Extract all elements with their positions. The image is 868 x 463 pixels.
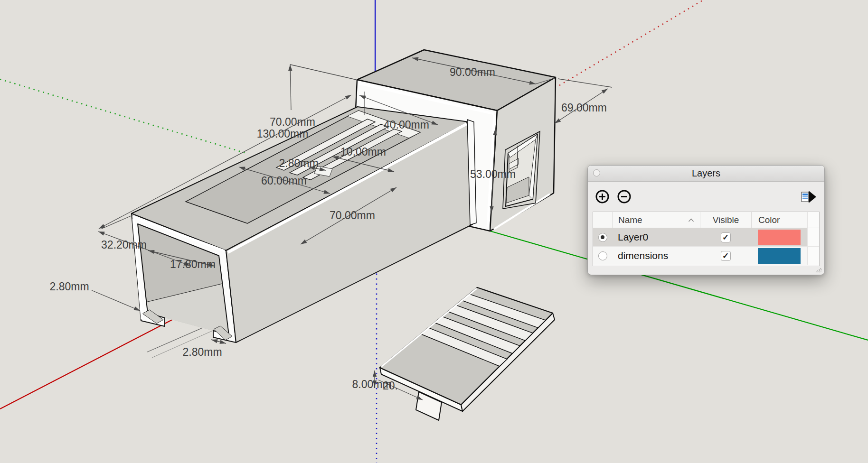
current-layer-radio[interactable] xyxy=(598,251,607,260)
visibility-checkbox[interactable]: ✓ xyxy=(721,251,731,261)
scrollbar-track[interactable] xyxy=(807,212,819,228)
layer-row[interactable]: dimensions✓ xyxy=(593,246,819,265)
remove-layer-button minus-icon[interactable] xyxy=(617,190,631,204)
dimension-box-69: 69.00mm xyxy=(555,79,612,123)
sort-ascending-icon xyxy=(688,218,694,222)
layer-name: dimensions xyxy=(612,250,700,261)
layer-rows: Layer0✓dimensions✓ xyxy=(593,228,819,265)
dimension-arrow xyxy=(602,89,608,94)
layer-color-swatch[interactable] xyxy=(758,248,801,264)
dimension-line xyxy=(558,79,612,87)
dimension-label: 60.00mm xyxy=(261,175,307,187)
scrollbar-track xyxy=(807,247,819,265)
dimension-label: 2.80mm xyxy=(182,346,222,358)
green-axis-negative xyxy=(0,79,248,154)
layer-name: Layer0 xyxy=(612,232,700,243)
layers-panel: Layers xyxy=(587,165,825,275)
dimension-line xyxy=(92,290,140,311)
scrollbar-track xyxy=(807,228,819,246)
dimension-label: 70.00mm xyxy=(330,209,375,222)
panel-title: Layers xyxy=(692,168,720,179)
red-axis-negative xyxy=(559,0,703,85)
dimension-arrow xyxy=(345,95,351,100)
dimension-label: 90.00mm xyxy=(450,66,495,78)
dimension-label: 10.00mm xyxy=(340,146,386,158)
layer-row[interactable]: Layer0✓ xyxy=(593,228,819,246)
dimension-line xyxy=(290,65,356,80)
dimension-arrow xyxy=(133,306,140,311)
dimension-wall-2-80-bottom: 2.80mm xyxy=(182,339,226,358)
dimension-label: 69.00mm xyxy=(561,102,607,114)
dimension-arrow xyxy=(288,65,292,71)
panel-footer xyxy=(588,266,824,274)
dimension-label: 53.00mm xyxy=(470,168,516,180)
panel-menu-icon[interactable] xyxy=(801,190,817,204)
dimension-arrow xyxy=(98,232,105,235)
current-layer-radio[interactable] xyxy=(598,233,607,242)
color-column-header[interactable]: Color xyxy=(751,212,807,228)
dimension-label: 32.20mm xyxy=(101,239,147,251)
dimension-arrow xyxy=(219,340,226,344)
visibility-checkbox[interactable]: ✓ xyxy=(721,232,731,242)
panel-toolbar xyxy=(588,182,824,212)
close-icon[interactable] xyxy=(593,169,600,176)
visible-column-label: Visible xyxy=(713,215,739,225)
dimension-label: 2.80mm xyxy=(279,157,318,169)
dimension-label: 40.00mm xyxy=(384,119,429,131)
panel-titlebar: Layers xyxy=(588,166,824,182)
channel-part[interactable] xyxy=(132,107,476,358)
dimension-label: 2.80mm xyxy=(49,280,89,293)
add-layer-button plus-icon[interactable] xyxy=(595,190,609,204)
visible-column-header[interactable]: Visible xyxy=(700,212,751,228)
sketchup-window: 70.00mm130.00mm40.00mm10.00mm2.80mm60.00… xyxy=(0,0,868,463)
layer-color-swatch[interactable] xyxy=(758,230,801,245)
layers-table: Name Visible Color Layer0✓dimensions✓ xyxy=(593,212,820,266)
radio-column-header xyxy=(593,212,612,228)
dimension-wall-2-80-left: 2.80mm xyxy=(49,280,140,311)
dimension-arrow xyxy=(555,118,561,123)
color-column-label: Color xyxy=(758,215,780,225)
name-column-label: Name xyxy=(618,215,642,225)
resize-grip-icon[interactable] xyxy=(814,267,822,273)
table-header: Name Visible Color xyxy=(593,212,819,228)
dimension-label: 130.00mm xyxy=(257,128,309,140)
dimension-arrow xyxy=(211,339,218,343)
dimension-label: 8.00mm xyxy=(352,378,391,390)
ribbed-plate-part[interactable] xyxy=(380,287,555,420)
dimension-line xyxy=(101,214,134,229)
dimension-line xyxy=(290,65,291,110)
dimension-arrow xyxy=(99,224,105,229)
dimension-label: 17.80mm xyxy=(170,258,216,270)
name-column-header[interactable]: Name xyxy=(612,212,700,228)
